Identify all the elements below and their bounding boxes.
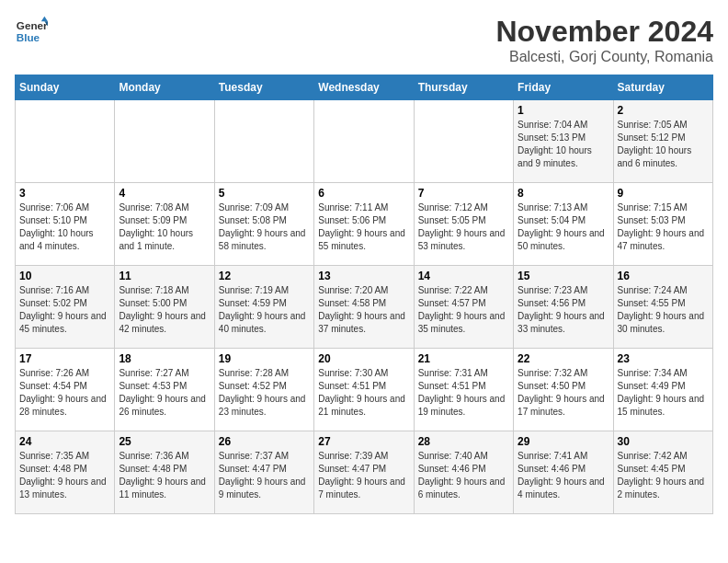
day-info: Sunrise: 7:40 AM Sunset: 4:46 PM Dayligh… [418, 450, 509, 501]
day-number: 16 [618, 270, 709, 282]
day-info: Sunrise: 7:41 AM Sunset: 4:46 PM Dayligh… [518, 450, 609, 501]
day-number: 30 [618, 435, 709, 448]
calendar-table: SundayMondayTuesdayWednesdayThursdayFrid… [15, 75, 713, 514]
calendar-cell: 18Sunrise: 7:27 AM Sunset: 4:53 PM Dayli… [115, 349, 214, 431]
calendar-week-5: 24Sunrise: 7:35 AM Sunset: 4:48 PM Dayli… [16, 431, 713, 514]
day-number: 8 [518, 187, 609, 200]
day-info: Sunrise: 7:36 AM Sunset: 4:48 PM Dayligh… [119, 450, 210, 501]
day-number: 20 [318, 352, 409, 365]
day-number: 19 [219, 352, 310, 365]
calendar-cell: 3Sunrise: 7:06 AM Sunset: 5:10 PM Daylig… [16, 183, 115, 266]
day-number: 17 [19, 352, 110, 365]
day-number: 1 [518, 104, 609, 117]
day-info: Sunrise: 7:13 AM Sunset: 5:04 PM Dayligh… [518, 201, 609, 253]
calendar-cell: 23Sunrise: 7:34 AM Sunset: 4:49 PM Dayli… [613, 349, 712, 431]
day-info: Sunrise: 7:37 AM Sunset: 4:47 PM Dayligh… [219, 450, 310, 501]
calendar-cell: 7Sunrise: 7:12 AM Sunset: 5:05 PM Daylig… [414, 183, 513, 266]
day-number: 9 [618, 187, 709, 200]
page-subtitle: Balcesti, Gorj County, Romania [495, 49, 713, 65]
calendar-cell: 10Sunrise: 7:16 AM Sunset: 5:02 PM Dayli… [16, 266, 115, 349]
day-number: 23 [618, 352, 709, 365]
calendar-cell: 19Sunrise: 7:28 AM Sunset: 4:52 PM Dayli… [214, 349, 313, 431]
weekday-header-row: SundayMondayTuesdayWednesdayThursdayFrid… [16, 75, 713, 100]
day-info: Sunrise: 7:42 AM Sunset: 4:45 PM Dayligh… [618, 450, 709, 501]
day-info: Sunrise: 7:04 AM Sunset: 5:13 PM Dayligh… [518, 119, 609, 170]
calendar-cell: 22Sunrise: 7:32 AM Sunset: 4:50 PM Dayli… [514, 349, 613, 431]
day-info: Sunrise: 7:06 AM Sunset: 5:10 PM Dayligh… [19, 201, 110, 253]
calendar-cell: 5Sunrise: 7:09 AM Sunset: 5:08 PM Daylig… [214, 183, 313, 266]
weekday-header-thursday: Thursday [414, 75, 513, 100]
calendar-cell [16, 100, 115, 183]
calendar-cell: 9Sunrise: 7:15 AM Sunset: 5:03 PM Daylig… [613, 183, 712, 266]
day-info: Sunrise: 7:09 AM Sunset: 5:08 PM Dayligh… [219, 201, 310, 253]
day-number: 14 [418, 270, 509, 282]
day-info: Sunrise: 7:35 AM Sunset: 4:48 PM Dayligh… [19, 450, 110, 501]
day-info: Sunrise: 7:18 AM Sunset: 5:00 PM Dayligh… [119, 284, 210, 336]
day-number: 3 [19, 187, 110, 200]
day-info: Sunrise: 7:12 AM Sunset: 5:05 PM Dayligh… [418, 201, 509, 253]
svg-text:Blue: Blue [17, 31, 40, 43]
calendar-week-4: 17Sunrise: 7:26 AM Sunset: 4:54 PM Dayli… [16, 349, 713, 431]
day-info: Sunrise: 7:23 AM Sunset: 4:56 PM Dayligh… [518, 284, 609, 336]
weekday-header-wednesday: Wednesday [314, 75, 414, 100]
calendar-cell: 24Sunrise: 7:35 AM Sunset: 4:48 PM Dayli… [16, 431, 115, 514]
calendar-cell: 25Sunrise: 7:36 AM Sunset: 4:48 PM Dayli… [115, 431, 214, 514]
day-number: 28 [418, 435, 509, 448]
calendar-cell: 15Sunrise: 7:23 AM Sunset: 4:56 PM Dayli… [514, 266, 613, 349]
day-number: 5 [219, 187, 310, 200]
weekday-header-saturday: Saturday [613, 75, 712, 100]
calendar-cell [214, 100, 313, 183]
calendar-cell: 21Sunrise: 7:31 AM Sunset: 4:51 PM Dayli… [414, 349, 513, 431]
calendar-cell: 30Sunrise: 7:42 AM Sunset: 4:45 PM Dayli… [613, 431, 712, 514]
day-number: 18 [119, 352, 210, 365]
day-number: 6 [318, 187, 409, 200]
calendar-cell: 17Sunrise: 7:26 AM Sunset: 4:54 PM Dayli… [16, 349, 115, 431]
calendar-cell: 6Sunrise: 7:11 AM Sunset: 5:06 PM Daylig… [314, 183, 414, 266]
calendar-cell: 1Sunrise: 7:04 AM Sunset: 5:13 PM Daylig… [514, 100, 613, 183]
day-number: 7 [418, 187, 509, 200]
day-number: 10 [19, 270, 110, 282]
calendar-header: SundayMondayTuesdayWednesdayThursdayFrid… [16, 75, 713, 100]
day-number: 13 [318, 270, 409, 282]
day-info: Sunrise: 7:26 AM Sunset: 4:54 PM Dayligh… [19, 367, 110, 419]
weekday-header-monday: Monday [115, 75, 214, 100]
day-number: 12 [219, 270, 310, 282]
calendar-cell: 11Sunrise: 7:18 AM Sunset: 5:00 PM Dayli… [115, 266, 214, 349]
day-number: 24 [19, 435, 110, 448]
day-info: Sunrise: 7:15 AM Sunset: 5:03 PM Dayligh… [618, 201, 709, 253]
day-number: 2 [618, 104, 709, 117]
day-number: 15 [518, 270, 609, 282]
day-info: Sunrise: 7:30 AM Sunset: 4:51 PM Dayligh… [318, 367, 409, 419]
calendar-cell [414, 100, 513, 183]
day-info: Sunrise: 7:39 AM Sunset: 4:47 PM Dayligh… [318, 450, 409, 501]
title-area: November 2024 Balcesti, Gorj County, Rom… [495, 15, 713, 65]
logo: General Blue [15, 15, 48, 48]
day-info: Sunrise: 7:27 AM Sunset: 4:53 PM Dayligh… [119, 367, 210, 419]
day-number: 27 [318, 435, 409, 448]
day-info: Sunrise: 7:05 AM Sunset: 5:12 PM Dayligh… [618, 119, 709, 170]
day-info: Sunrise: 7:31 AM Sunset: 4:51 PM Dayligh… [418, 367, 509, 419]
day-info: Sunrise: 7:34 AM Sunset: 4:49 PM Dayligh… [618, 367, 709, 419]
day-info: Sunrise: 7:11 AM Sunset: 5:06 PM Dayligh… [318, 201, 409, 253]
calendar-cell: 4Sunrise: 7:08 AM Sunset: 5:09 PM Daylig… [115, 183, 214, 266]
calendar-week-1: 1Sunrise: 7:04 AM Sunset: 5:13 PM Daylig… [16, 100, 713, 183]
header: General Blue November 2024 Balcesti, Gor… [15, 15, 713, 65]
calendar-week-3: 10Sunrise: 7:16 AM Sunset: 5:02 PM Dayli… [16, 266, 713, 349]
day-info: Sunrise: 7:19 AM Sunset: 4:59 PM Dayligh… [219, 284, 310, 336]
day-info: Sunrise: 7:20 AM Sunset: 4:58 PM Dayligh… [318, 284, 409, 336]
day-number: 4 [119, 187, 210, 200]
calendar-cell [314, 100, 414, 183]
day-number: 29 [518, 435, 609, 448]
weekday-header-friday: Friday [514, 75, 613, 100]
day-info: Sunrise: 7:32 AM Sunset: 4:50 PM Dayligh… [518, 367, 609, 419]
calendar-cell: 28Sunrise: 7:40 AM Sunset: 4:46 PM Dayli… [414, 431, 513, 514]
calendar-cell: 8Sunrise: 7:13 AM Sunset: 5:04 PM Daylig… [514, 183, 613, 266]
calendar-cell: 13Sunrise: 7:20 AM Sunset: 4:58 PM Dayli… [314, 266, 414, 349]
day-number: 22 [518, 352, 609, 365]
calendar-cell [115, 100, 214, 183]
day-info: Sunrise: 7:22 AM Sunset: 4:57 PM Dayligh… [418, 284, 509, 336]
logo-icon: General Blue [15, 15, 48, 48]
weekday-header-tuesday: Tuesday [214, 75, 313, 100]
calendar-cell: 26Sunrise: 7:37 AM Sunset: 4:47 PM Dayli… [214, 431, 313, 514]
day-number: 25 [119, 435, 210, 448]
